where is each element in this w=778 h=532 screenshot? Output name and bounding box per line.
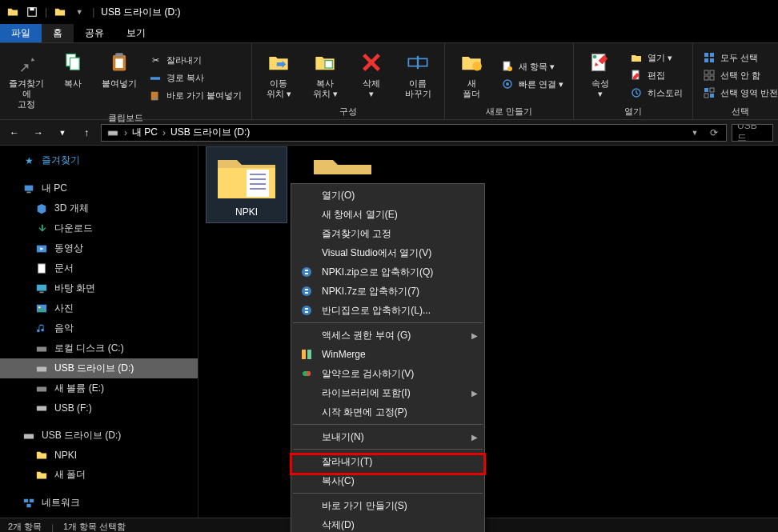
properties-button[interactable]: 속성 ▾ (580, 46, 620, 104)
divider: | (92, 6, 94, 18)
select-all-button[interactable]: 모두 선택 (700, 50, 778, 66)
sidebar-item-documents[interactable]: 문서 (0, 258, 198, 278)
chevron-right-icon[interactable]: › (162, 127, 166, 138)
move-to-button[interactable]: 이동 위치 ▾ (259, 46, 299, 104)
new-folder-button[interactable]: 새 폴더 (451, 46, 491, 104)
svg-rect-49 (30, 498, 34, 502)
divider: | (45, 6, 47, 18)
properties-icon (588, 50, 613, 75)
tab-home[interactable]: 홈 (42, 24, 74, 42)
invert-selection-button[interactable]: 선택 영역 반전 (700, 85, 778, 101)
svg-point-14 (507, 66, 512, 71)
chevron-down-icon[interactable]: ▼ (73, 6, 86, 18)
cut-button[interactable]: ✂잘라내기 (146, 53, 245, 69)
folder-item-npki[interactable]: NPKI (207, 147, 287, 222)
back-button[interactable]: ← (5, 123, 24, 142)
tab-file[interactable]: 파일 (0, 24, 42, 42)
disk-icon (35, 382, 48, 395)
svg-rect-23 (704, 58, 708, 62)
breadcrumb-drive[interactable]: USB 드라이브 (D:) (170, 126, 250, 139)
star-icon: ★ (22, 154, 35, 167)
chevron-right-icon[interactable]: › (124, 127, 127, 138)
easyaccess-icon (501, 78, 514, 90)
svg-rect-48 (24, 498, 28, 502)
navigation-tree[interactable]: ★즐겨찾기 내 PC 3D 개체 다운로드 동영상 문서 바탕 화면 사진 음악… (0, 146, 199, 518)
sidebar-item-npki[interactable]: NPKI (0, 446, 198, 465)
save-icon[interactable] (26, 6, 38, 18)
paste-button[interactable]: 붙여넣기 (99, 46, 139, 110)
open-button[interactable]: 열기 ▾ (627, 50, 686, 66)
cm-open-new[interactable]: 새 창에서 열기(E) (291, 205, 484, 224)
music-icon (35, 322, 48, 335)
cm-winmerge[interactable]: WinMerge (291, 345, 484, 364)
sidebar-item-videos[interactable]: 동영상 (0, 238, 198, 258)
cm-pinstart[interactable]: 시작 화면에 고정(P) (291, 402, 484, 422)
cm-sendto[interactable]: 보내기(N)▶ (291, 427, 484, 446)
sidebar-item-network[interactable]: 네트워크 (0, 493, 198, 513)
history-button[interactable]: 히스토리 (627, 85, 686, 101)
sidebar-item-quickaccess[interactable]: ★즐겨찾기 (0, 150, 198, 170)
up-button[interactable]: ↑ (77, 123, 96, 142)
sidebar-item-pictures[interactable]: 사진 (0, 298, 198, 318)
cube-icon (35, 202, 48, 215)
svg-point-56 (302, 267, 311, 277)
paste-shortcut-button[interactable]: 바로 가기 붙여넣기 (146, 88, 245, 104)
copy-to-button[interactable]: 복사 위치 ▾ (305, 46, 345, 104)
cm-delete[interactable]: 삭제(D) (291, 515, 484, 532)
zip-icon (299, 265, 314, 279)
sidebar-item-music[interactable]: 음악 (0, 318, 198, 338)
cm-bandizip[interactable]: 반디집으로 압축하기(L)... (291, 301, 484, 320)
rename-button[interactable]: 이름 바꾸기 (398, 46, 438, 104)
selectall-icon (703, 51, 716, 64)
cm-zip[interactable]: NPKI.zip으로 압축하기(Q) (291, 262, 484, 282)
sidebar-item-thispc[interactable]: 내 PC (0, 178, 198, 198)
easy-access-button[interactable]: 빠른 연결 ▾ (498, 76, 567, 92)
breadcrumb-pc[interactable]: 내 PC (132, 126, 158, 139)
search-input[interactable]: USB 드 (732, 124, 773, 142)
cm-open[interactable]: 열기(O) (291, 186, 484, 205)
forward-button[interactable]: → (29, 123, 48, 142)
cm-library[interactable]: 라이브러리에 포함(I)▶ (291, 383, 484, 402)
copy-path-button[interactable]: 경로 복사 (146, 70, 245, 86)
sidebar-item-downloads[interactable]: 다운로드 (0, 218, 198, 238)
svg-rect-3 (70, 58, 80, 70)
delete-button[interactable]: 삭제 ▾ (351, 46, 391, 104)
sidebar-item-3d[interactable]: 3D 개체 (0, 198, 198, 218)
cm-cut[interactable]: 잘라내기(T) (291, 452, 484, 471)
sidebar-item-usbd2[interactable]: USB 드라이브 (D:) (0, 426, 198, 446)
newfolder-icon (459, 50, 484, 75)
recent-button[interactable]: ▼ (53, 123, 72, 142)
select-none-button[interactable]: 선택 안 함 (700, 67, 778, 83)
edit-button[interactable]: 편집 (627, 67, 686, 83)
cm-pin[interactable]: 즐겨찾기에 고정 (291, 224, 484, 243)
folder-icon (6, 6, 19, 18)
cm-shortcut[interactable]: 바로 가기 만들기(S) (291, 496, 484, 515)
sidebar-item-desktop[interactable]: 바탕 화면 (0, 278, 198, 298)
svg-point-18 (593, 55, 597, 59)
svg-rect-46 (37, 406, 46, 410)
sidebar-item-newfolder[interactable]: 새 폴더 (0, 465, 198, 485)
svg-point-57 (302, 286, 311, 296)
pin-quickaccess-button[interactable]: 즐겨찾기에 고정 (6, 46, 46, 110)
refresh-button[interactable]: ⟳ (707, 127, 721, 138)
sidebar-item-usbd[interactable]: USB 드라이브 (D:) (0, 358, 198, 378)
cm-vs[interactable]: Visual Studio에서 열기(V) (291, 243, 484, 262)
cm-copy[interactable]: 복사(C) (291, 471, 484, 490)
new-item-button[interactable]: 새 항목 ▾ (498, 58, 567, 74)
folder-icon (35, 449, 48, 462)
sidebar-item-localdisk[interactable]: 로컬 디스크 (C:) (0, 338, 198, 358)
cm-access[interactable]: 액세스 권한 부여 (G)▶ (291, 326, 484, 345)
tab-share[interactable]: 공유 (74, 24, 115, 42)
file-pane[interactable]: NPKI (199, 146, 778, 518)
dropdown-button[interactable]: ▼ (688, 129, 702, 137)
sidebar-item-usbf[interactable]: USB (F:) (0, 398, 198, 418)
sidebar-item-newvol[interactable]: 새 볼륨 (E:) (0, 378, 198, 398)
tab-view[interactable]: 보기 (115, 24, 157, 42)
address-box[interactable]: › 내 PC › USB 드라이브 (D:) ▼ ⟳ (101, 124, 727, 142)
cm-alyac[interactable]: 알약으로 검사하기(V) (291, 364, 484, 383)
svg-rect-26 (710, 70, 714, 74)
cm-7z[interactable]: NPKI.7z로 압축하기(7) (291, 282, 484, 301)
disk-icon (35, 342, 48, 355)
rename-icon (405, 50, 431, 75)
copy-button[interactable]: 복사 (53, 46, 93, 110)
